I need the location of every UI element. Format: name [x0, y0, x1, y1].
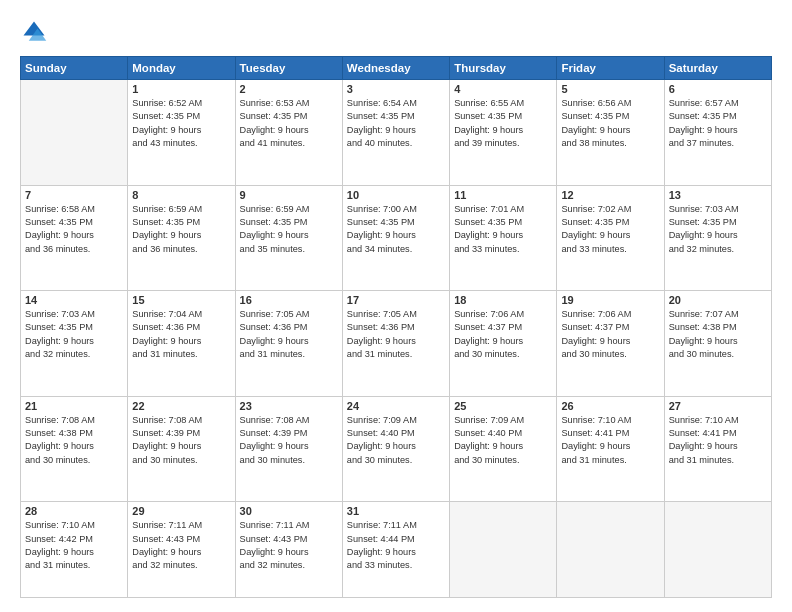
cell-info-line: Sunset: 4:41 PM — [669, 427, 767, 440]
day-number: 21 — [25, 400, 123, 412]
day-number: 15 — [132, 294, 230, 306]
day-number: 26 — [561, 400, 659, 412]
calendar-cell: 7Sunrise: 6:58 AMSunset: 4:35 PMDaylight… — [21, 185, 128, 291]
cell-info-line: Sunrise: 7:07 AM — [669, 308, 767, 321]
cell-info-line: Sunrise: 7:04 AM — [132, 308, 230, 321]
day-number: 25 — [454, 400, 552, 412]
weekday-header-wednesday: Wednesday — [342, 57, 449, 80]
cell-info-line: Sunset: 4:38 PM — [669, 321, 767, 334]
cell-info-line: Sunrise: 7:08 AM — [132, 414, 230, 427]
header — [20, 18, 772, 46]
calendar-cell: 15Sunrise: 7:04 AMSunset: 4:36 PMDayligh… — [128, 291, 235, 397]
cell-info-line: and 31 minutes. — [25, 559, 123, 572]
cell-info-line: Daylight: 9 hours — [25, 229, 123, 242]
cell-info-line: and 30 minutes. — [454, 454, 552, 467]
weekday-header-tuesday: Tuesday — [235, 57, 342, 80]
day-number: 30 — [240, 505, 338, 517]
cell-info-line: Daylight: 9 hours — [240, 440, 338, 453]
cell-info-line: and 30 minutes. — [669, 348, 767, 361]
day-number: 24 — [347, 400, 445, 412]
calendar-cell — [664, 502, 771, 598]
day-number: 14 — [25, 294, 123, 306]
day-number: 8 — [132, 189, 230, 201]
calendar-cell: 22Sunrise: 7:08 AMSunset: 4:39 PMDayligh… — [128, 396, 235, 502]
cell-info-line: Sunrise: 6:52 AM — [132, 97, 230, 110]
cell-info-line: Sunrise: 7:08 AM — [240, 414, 338, 427]
calendar-cell: 23Sunrise: 7:08 AMSunset: 4:39 PMDayligh… — [235, 396, 342, 502]
cell-info-line: Daylight: 9 hours — [669, 229, 767, 242]
calendar-cell: 24Sunrise: 7:09 AMSunset: 4:40 PMDayligh… — [342, 396, 449, 502]
cell-info-line: Sunset: 4:35 PM — [25, 321, 123, 334]
calendar-cell: 14Sunrise: 7:03 AMSunset: 4:35 PMDayligh… — [21, 291, 128, 397]
cell-info-line: Daylight: 9 hours — [240, 229, 338, 242]
cell-info-line: Sunset: 4:39 PM — [240, 427, 338, 440]
calendar-cell: 11Sunrise: 7:01 AMSunset: 4:35 PMDayligh… — [450, 185, 557, 291]
cell-info-line: and 31 minutes. — [669, 454, 767, 467]
cell-info-line: Sunrise: 7:08 AM — [25, 414, 123, 427]
cell-info-line: Sunrise: 7:03 AM — [25, 308, 123, 321]
day-number: 11 — [454, 189, 552, 201]
cell-info-line: Sunset: 4:44 PM — [347, 533, 445, 546]
cell-info-line: Daylight: 9 hours — [347, 124, 445, 137]
day-number: 7 — [25, 189, 123, 201]
cell-info-line: Sunrise: 6:59 AM — [240, 203, 338, 216]
cell-info-line: Sunrise: 7:10 AM — [669, 414, 767, 427]
calendar-cell: 1Sunrise: 6:52 AMSunset: 4:35 PMDaylight… — [128, 80, 235, 186]
cell-info-line: Daylight: 9 hours — [132, 124, 230, 137]
cell-info-line: Sunrise: 6:57 AM — [669, 97, 767, 110]
day-number: 29 — [132, 505, 230, 517]
calendar-cell: 9Sunrise: 6:59 AMSunset: 4:35 PMDaylight… — [235, 185, 342, 291]
cell-info-line: Daylight: 9 hours — [132, 229, 230, 242]
cell-info-line: and 33 minutes. — [347, 559, 445, 572]
day-number: 3 — [347, 83, 445, 95]
cell-info-line: Sunset: 4:43 PM — [132, 533, 230, 546]
day-number: 31 — [347, 505, 445, 517]
cell-info-line: Sunset: 4:35 PM — [561, 216, 659, 229]
cell-info-line: Sunrise: 6:55 AM — [454, 97, 552, 110]
calendar-cell — [450, 502, 557, 598]
cell-info-line: Sunset: 4:36 PM — [132, 321, 230, 334]
cell-info-line: Sunset: 4:35 PM — [132, 216, 230, 229]
cell-info-line: Sunset: 4:37 PM — [454, 321, 552, 334]
cell-info-line: Daylight: 9 hours — [669, 124, 767, 137]
cell-info-line: and 30 minutes. — [240, 454, 338, 467]
cell-info-line: and 33 minutes. — [561, 243, 659, 256]
cell-info-line: Sunset: 4:42 PM — [25, 533, 123, 546]
cell-info-line: and 31 minutes. — [561, 454, 659, 467]
cell-info-line: Daylight: 9 hours — [347, 335, 445, 348]
cell-info-line: Daylight: 9 hours — [240, 124, 338, 137]
cell-info-line: and 36 minutes. — [25, 243, 123, 256]
cell-info-line: Sunrise: 6:56 AM — [561, 97, 659, 110]
weekday-header-monday: Monday — [128, 57, 235, 80]
cell-info-line: and 32 minutes. — [669, 243, 767, 256]
cell-info-line: Sunrise: 7:10 AM — [561, 414, 659, 427]
cell-info-line: Daylight: 9 hours — [454, 124, 552, 137]
cell-info-line: and 38 minutes. — [561, 137, 659, 150]
cell-info-line: and 35 minutes. — [240, 243, 338, 256]
day-number: 22 — [132, 400, 230, 412]
day-number: 13 — [669, 189, 767, 201]
day-number: 28 — [25, 505, 123, 517]
cell-info-line: and 30 minutes. — [561, 348, 659, 361]
cell-info-line: Sunset: 4:35 PM — [669, 110, 767, 123]
calendar-cell: 28Sunrise: 7:10 AMSunset: 4:42 PMDayligh… — [21, 502, 128, 598]
cell-info-line: Sunset: 4:36 PM — [347, 321, 445, 334]
day-number: 2 — [240, 83, 338, 95]
calendar-cell: 5Sunrise: 6:56 AMSunset: 4:35 PMDaylight… — [557, 80, 664, 186]
cell-info-line: Daylight: 9 hours — [132, 440, 230, 453]
calendar-cell: 16Sunrise: 7:05 AMSunset: 4:36 PMDayligh… — [235, 291, 342, 397]
cell-info-line: and 34 minutes. — [347, 243, 445, 256]
cell-info-line: Sunrise: 6:58 AM — [25, 203, 123, 216]
cell-info-line: and 30 minutes. — [132, 454, 230, 467]
cell-info-line: and 32 minutes. — [25, 348, 123, 361]
calendar-cell: 17Sunrise: 7:05 AMSunset: 4:36 PMDayligh… — [342, 291, 449, 397]
cell-info-line: Sunset: 4:39 PM — [132, 427, 230, 440]
day-number: 6 — [669, 83, 767, 95]
calendar-cell: 8Sunrise: 6:59 AMSunset: 4:35 PMDaylight… — [128, 185, 235, 291]
weekday-header-saturday: Saturday — [664, 57, 771, 80]
cell-info-line: and 43 minutes. — [132, 137, 230, 150]
cell-info-line: Sunrise: 7:06 AM — [454, 308, 552, 321]
calendar-cell: 12Sunrise: 7:02 AMSunset: 4:35 PMDayligh… — [557, 185, 664, 291]
cell-info-line: and 30 minutes. — [347, 454, 445, 467]
weekday-header-sunday: Sunday — [21, 57, 128, 80]
